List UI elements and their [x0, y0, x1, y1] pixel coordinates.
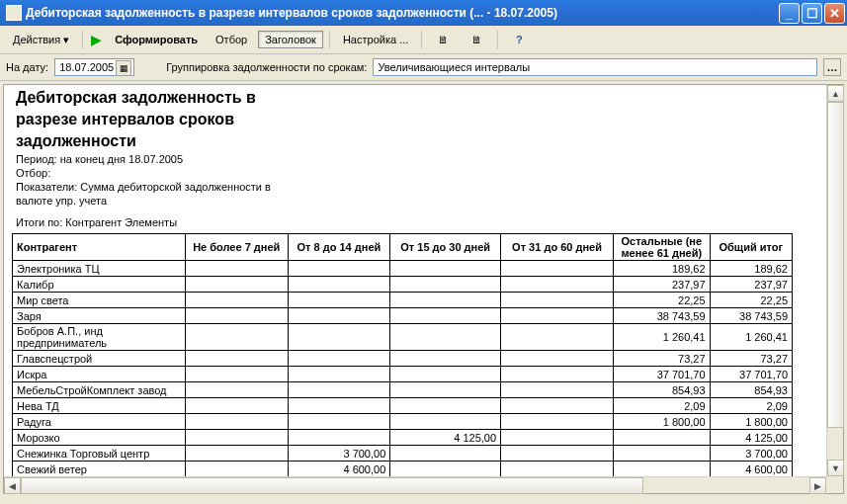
maximize-button[interactable]: ☐: [802, 3, 822, 24]
separator: [497, 31, 498, 48]
separator: [421, 31, 422, 48]
table-row[interactable]: Снежинка Торговый центр3 700,003 700,00: [13, 446, 793, 462]
report-totals-by: Итоги по: Контрагент Элементы: [6, 215, 824, 229]
table-row[interactable]: Свежий ветер4 600,004 600,00: [13, 462, 793, 477]
table-row[interactable]: Электроника ТЦ189,62189,62: [13, 261, 793, 277]
date-value: 18.07.2005: [59, 61, 114, 73]
group-picker-button[interactable]: …: [823, 58, 841, 76]
cell-c6: 3 700,00: [710, 446, 792, 462]
cell-c1: [185, 398, 288, 414]
cell-c5: 1 260,41: [613, 324, 710, 351]
table-row[interactable]: МебельСтройКомплект завод854,93854,93: [13, 382, 793, 398]
minimize-button[interactable]: _: [779, 3, 800, 24]
cell-c3: [390, 446, 501, 462]
report-table: Контрагент Не более 7 дней От 8 до 14 дн…: [12, 233, 793, 476]
date-input[interactable]: 18.07.2005 ▦: [54, 58, 134, 76]
cell-name: Морозко: [13, 430, 186, 446]
cell-c5: [613, 430, 710, 446]
status-bar: [0, 497, 847, 504]
close-button[interactable]: ✕: [824, 3, 845, 24]
cell-c2: [288, 382, 390, 398]
doc-icon: 🗎: [468, 32, 484, 47]
cell-name: Мир света: [13, 293, 186, 308]
cell-name: Нева ТД: [13, 398, 186, 414]
cell-c6: 189,62: [710, 261, 792, 277]
scroll-right-button[interactable]: ▶: [809, 477, 826, 494]
cell-c5: 2,09: [613, 398, 710, 414]
table-row[interactable]: Мир света22,2522,25: [13, 293, 793, 308]
filter-button[interactable]: Отбор: [209, 31, 254, 48]
cell-c4: [501, 446, 614, 462]
scrollbar-horizontal[interactable]: ◀ ▶: [4, 476, 826, 493]
cell-name: Снежинка Торговый центр: [13, 446, 186, 462]
cell-c6: 1 260,41: [710, 324, 792, 351]
table-row[interactable]: Морозко4 125,004 125,00: [13, 430, 793, 446]
toolbar: Действия ▾ ▶ Сформировать Отбор Заголово…: [0, 26, 847, 54]
cell-c5: 22,25: [613, 293, 710, 308]
cell-c5: 37 701,70: [613, 367, 710, 382]
table-row[interactable]: Радуга1 800,001 800,00: [13, 414, 793, 430]
cell-c2: 3 700,00: [288, 446, 390, 462]
cell-c6: 38 743,59: [710, 308, 792, 324]
form-button[interactable]: Сформировать: [108, 31, 205, 48]
col-header: От 8 до 14 дней: [288, 234, 390, 261]
cell-c1: [185, 430, 288, 446]
scrollbar-vertical[interactable]: ▲ ▼: [826, 85, 843, 476]
table-row[interactable]: Нева ТД2,092,09: [13, 398, 793, 414]
cell-c3: [390, 324, 501, 351]
cell-c2: [288, 277, 390, 293]
cell-c2: [288, 351, 390, 367]
cell-c1: [185, 277, 288, 293]
cell-c3: [390, 367, 501, 382]
table-row[interactable]: Калибр237,97237,97: [13, 277, 793, 293]
tool-icon-2[interactable]: 🗎: [462, 29, 491, 50]
cell-name: Радуга: [13, 414, 186, 430]
report-title-l3: задолженности: [6, 130, 824, 152]
cell-c3: [390, 414, 501, 430]
table-row[interactable]: Искра37 701,7037 701,70: [13, 367, 793, 382]
cell-c3: [390, 351, 501, 367]
cell-c2: 4 600,00: [288, 462, 390, 477]
cell-c4: [501, 462, 614, 477]
cell-c3: [390, 277, 501, 293]
cell-name: Электроника ТЦ: [13, 261, 186, 277]
report-title-l1: Дебиторская задолженность в: [6, 87, 824, 109]
scroll-thumb-h[interactable]: [21, 477, 643, 494]
settings-button[interactable]: Настройка ...: [336, 31, 415, 48]
scroll-thumb-v[interactable]: [827, 102, 844, 428]
scroll-up-button[interactable]: ▲: [827, 85, 844, 102]
cell-c5: 237,97: [613, 277, 710, 293]
actions-menu[interactable]: Действия ▾: [6, 31, 76, 49]
group-label: Группировка задолженности по срокам:: [166, 61, 367, 73]
cell-c1: [185, 261, 288, 277]
calendar-icon[interactable]: ▦: [116, 60, 131, 76]
col-header: От 15 до 30 дней: [390, 234, 501, 261]
cell-c6: 1 800,00: [710, 414, 792, 430]
table-header-row: Контрагент Не более 7 дней От 8 до 14 дн…: [13, 234, 793, 261]
cell-c6: 4 600,00: [710, 462, 792, 477]
scroll-left-button[interactable]: ◀: [4, 477, 21, 494]
cell-c4: [501, 261, 614, 277]
separator: [82, 31, 83, 48]
window-title: Дебиторская задолженность в разрезе инте…: [26, 6, 779, 20]
cell-c3: [390, 462, 501, 477]
cell-c1: [185, 367, 288, 382]
cell-c2: [288, 367, 390, 382]
help-button[interactable]: ?: [504, 29, 534, 50]
scroll-down-button[interactable]: ▼: [827, 460, 844, 476]
group-input[interactable]: Увеличивающиеся интервалы: [373, 58, 817, 76]
cell-c2: [288, 261, 390, 277]
table-row[interactable]: Главспецстрой73,2773,27: [13, 351, 793, 367]
table-row[interactable]: Заря38 743,5938 743,59: [13, 308, 793, 324]
report-filter: Отбор:: [6, 166, 824, 180]
cell-c3: [390, 261, 501, 277]
cell-c3: 4 125,00: [390, 430, 501, 446]
cell-c1: [185, 446, 288, 462]
cell-c6: 73,27: [710, 351, 792, 367]
header-button[interactable]: Заголовок: [258, 31, 323, 48]
table-row[interactable]: Бобров А.П., инд предприниматель1 260,41…: [13, 324, 793, 351]
tool-icon-1[interactable]: 🗎: [428, 29, 458, 50]
cell-c3: [390, 398, 501, 414]
cell-c2: [288, 293, 390, 308]
report-area: Дебиторская задолженность в разрезе инте…: [3, 84, 844, 494]
